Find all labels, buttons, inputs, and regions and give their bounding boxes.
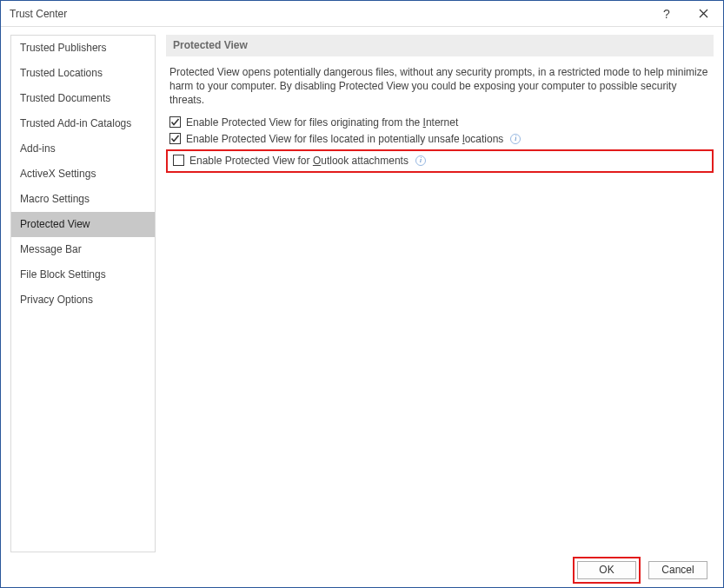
- sidebar-item-add-ins[interactable]: Add-ins: [11, 136, 155, 162]
- sidebar-item-trusted-documents[interactable]: Trusted Documents: [11, 86, 155, 111]
- sidebar-item-label: Macro Settings: [20, 193, 90, 205]
- sidebar-item-trusted-locations[interactable]: Trusted Locations: [11, 61, 155, 86]
- options-list: Enable Protected View for files originat…: [166, 115, 714, 173]
- sidebar-item-label: Trusted Documents: [20, 92, 110, 104]
- dialog-footer: OK Cancel: [1, 552, 723, 587]
- window-title: Trust Center: [10, 8, 649, 20]
- highlight-box: Enable Protected View for Outlook attach…: [166, 149, 714, 173]
- info-icon[interactable]: i: [415, 155, 426, 166]
- sidebar-item-label: Privacy Options: [20, 294, 93, 306]
- close-icon: [699, 9, 708, 18]
- sidebar-item-label: File Block Settings: [20, 268, 106, 281]
- sidebar-item-protected-view[interactable]: Protected View: [11, 212, 155, 237]
- sidebar-item-label: Trusted Locations: [20, 67, 103, 79]
- section-header: Protected View: [166, 35, 714, 56]
- option-row-enable-pv-unsafe-locations: Enable Protected View for files located …: [166, 131, 714, 148]
- option-label: Enable Protected View for files located …: [186, 133, 503, 145]
- sidebar-item-macro-settings[interactable]: Macro Settings: [11, 187, 155, 212]
- sidebar-item-privacy-options[interactable]: Privacy Options: [11, 287, 155, 313]
- titlebar: Trust Center ?: [1, 1, 723, 27]
- ok-button[interactable]: OK: [577, 561, 636, 579]
- help-button[interactable]: ?: [649, 1, 684, 27]
- sidebar-item-label: ActiveX Settings: [20, 168, 96, 180]
- sidebar: Trusted PublishersTrusted LocationsTrust…: [10, 35, 156, 552]
- close-button[interactable]: [684, 1, 723, 27]
- info-icon[interactable]: i: [510, 134, 521, 144]
- sidebar-item-label: Message Bar: [20, 243, 82, 255]
- check-icon: [170, 117, 180, 127]
- content-panel: Protected View Protected View opens pote…: [166, 35, 714, 552]
- checkbox-enable-pv-unsafe-locations[interactable]: [169, 133, 181, 144]
- sidebar-item-trusted-publishers[interactable]: Trusted Publishers: [11, 36, 155, 61]
- check-icon: [170, 134, 180, 143]
- option-label: Enable Protected View for files originat…: [186, 116, 458, 129]
- titlebar-controls: ?: [649, 1, 723, 27]
- sidebar-item-trusted-addin-catalogs[interactable]: Trusted Add-in Catalogs: [11, 111, 155, 136]
- sidebar-item-label: Add-ins: [20, 142, 56, 155]
- option-label: Enable Protected View for Outlook attach…: [189, 155, 408, 167]
- sidebar-item-label: Trusted Add-in Catalogs: [20, 117, 131, 129]
- sidebar-item-file-block-settings[interactable]: File Block Settings: [11, 262, 155, 287]
- sidebar-item-label: Trusted Publishers: [20, 42, 107, 54]
- option-row-enable-pv-internet: Enable Protected View for files originat…: [166, 115, 714, 131]
- checkbox-enable-pv-outlook[interactable]: [173, 155, 184, 166]
- option-row-enable-pv-outlook: Enable Protected View for Outlook attach…: [169, 153, 710, 169]
- sidebar-item-activex-settings[interactable]: ActiveX Settings: [11, 162, 155, 187]
- cancel-button[interactable]: Cancel: [648, 561, 707, 579]
- section-description: Protected View opens potentially dangero…: [166, 65, 714, 115]
- sidebar-item-label: Protected View: [20, 218, 90, 230]
- sidebar-item-message-bar[interactable]: Message Bar: [11, 237, 155, 262]
- checkbox-enable-pv-internet[interactable]: [169, 116, 181, 128]
- main-area: Trusted PublishersTrusted LocationsTrust…: [1, 27, 723, 552]
